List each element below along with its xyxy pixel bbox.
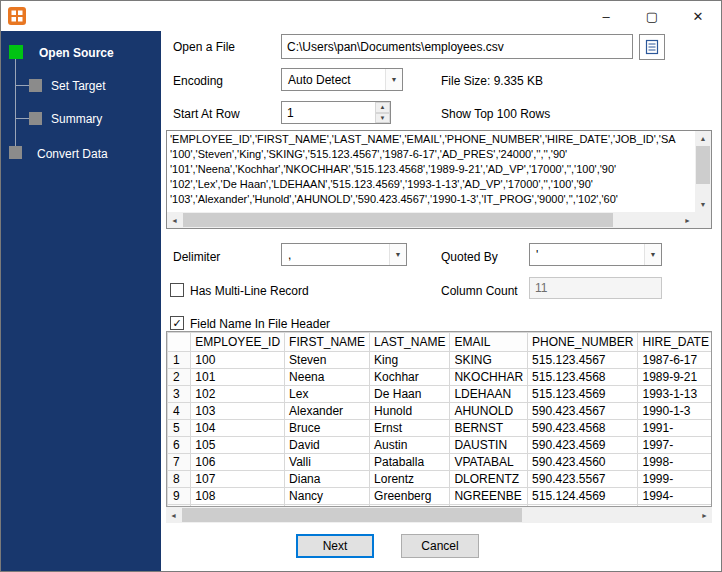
grid-cell[interactable]: NGREENBE — [450, 488, 528, 505]
quoted-by-select[interactable]: ' ▼ — [529, 243, 662, 266]
csv-preview-pane[interactable]: 'EMPLOYEE_ID','FIRST_NAME','LAST_NAME','… — [166, 130, 712, 229]
grid-cell[interactable]: 1991- — [638, 420, 712, 437]
grid-cell[interactable]: 1989-9-21 — [638, 369, 712, 386]
grid-cell[interactable]: Hunold — [370, 403, 450, 420]
sidebar-item-open-source[interactable]: Open Source — [39, 46, 114, 60]
grid-cell[interactable]: 515.124.4569 — [528, 488, 638, 505]
grid-cell[interactable]: 108 — [191, 488, 285, 505]
grid-column-header[interactable]: PHONE_NUMBER — [528, 333, 638, 352]
grid-cell[interactable]: 100 — [191, 352, 285, 369]
table-row[interactable]: 4103AlexanderHunoldAHUNOLD590.423.456719… — [168, 403, 713, 420]
encoding-select[interactable]: Auto Detect ▼ — [281, 68, 403, 91]
grid-cell[interactable]: 1993-1-13 — [638, 386, 712, 403]
scrollbar-thumb[interactable] — [183, 213, 613, 227]
grid-cell[interactable]: David — [285, 437, 370, 454]
spinner-down-icon[interactable]: ▼ — [375, 113, 390, 124]
close-button[interactable]: ✕ — [675, 1, 721, 31]
sidebar-item-summary[interactable]: Summary — [51, 112, 102, 126]
grid-column-header[interactable]: EMPLOYEE_ID — [191, 333, 285, 352]
table-row[interactable]: 9108NancyGreenbergNGREENBE515.124.456919… — [168, 488, 713, 505]
spinner-up-icon[interactable]: ▲ — [375, 102, 390, 113]
next-button[interactable]: Next — [296, 534, 374, 558]
grid-cell[interactable]: 103 — [191, 403, 285, 420]
grid-cell[interactable]: Pataballa — [370, 454, 450, 471]
grid-cell[interactable]: Nancy — [285, 488, 370, 505]
grid-cell[interactable]: 590.423.5567 — [528, 471, 638, 488]
grid-cell[interactable]: Neena — [285, 369, 370, 386]
table-row[interactable]: 3102LexDe HaanLDEHAAN515.123.45691993-1-… — [168, 386, 713, 403]
grid-cell[interactable]: 1999- — [638, 471, 712, 488]
delimiter-select[interactable]: , ▼ — [281, 243, 407, 266]
grid-cell[interactable]: Kochhar — [370, 369, 450, 386]
scroll-right-icon[interactable]: ► — [697, 507, 712, 523]
scrollbar-thumb[interactable] — [182, 508, 522, 522]
grid-cell[interactable]: 106 — [191, 454, 285, 471]
grid-cell[interactable]: Diana — [285, 471, 370, 488]
grid-cell[interactable]: 104 — [191, 420, 285, 437]
start-at-row-input[interactable] — [282, 102, 374, 123]
grid-cell[interactable]: 515.123.4568 — [528, 369, 638, 386]
scrollbar-thumb[interactable] — [696, 146, 710, 184]
chevron-down-icon[interactable]: ▼ — [385, 69, 402, 90]
titlebar[interactable]: – ▢ ✕ — [1, 1, 721, 31]
scroll-right-icon[interactable]: ► — [680, 212, 695, 228]
grid-cell[interactable]: 1990-1-3 — [638, 403, 712, 420]
table-row[interactable]: 8107DianaLorentzDLORENTZ590.423.55671999… — [168, 471, 713, 488]
table-row[interactable]: 6105DavidAustinDAUSTIN590.423.45691997- — [168, 437, 713, 454]
grid-cell[interactable]: 1987-6-17 — [638, 352, 712, 369]
table-row[interactable]: 5104BruceErnstBERNST590.423.45681991- — [168, 420, 713, 437]
grid-cell[interactable]: BERNST — [450, 420, 528, 437]
multiline-record-checkbox[interactable] — [170, 283, 184, 297]
scroll-up-icon[interactable]: ▲ — [695, 131, 711, 146]
grid-cell[interactable]: 105 — [191, 437, 285, 454]
grid-cell[interactable]: 515.123.4569 — [528, 386, 638, 403]
grid-cell[interactable]: Austin — [370, 437, 450, 454]
table-row[interactable]: 7106ValliPataballaVPATABAL590.423.456019… — [168, 454, 713, 471]
preview-horizontal-scrollbar[interactable]: ◄ ► — [167, 212, 695, 228]
cancel-button[interactable]: Cancel — [401, 534, 479, 558]
grid-cell[interactable]: 590.423.4560 — [528, 454, 638, 471]
data-grid[interactable]: EMPLOYEE_IDFIRST_NAMELAST_NAMEEMAILPHONE… — [166, 331, 712, 507]
grid-column-header[interactable]: HIRE_DATE — [638, 333, 712, 352]
grid-column-header[interactable]: FIRST_NAME — [285, 333, 370, 352]
grid-cell[interactable]: LDEHAAN — [450, 386, 528, 403]
preview-vertical-scrollbar[interactable]: ▲ ▼ — [695, 131, 711, 212]
maximize-button[interactable]: ▢ — [629, 1, 675, 31]
grid-cell[interactable]: 1998- — [638, 454, 712, 471]
grid-cell[interactable]: AHUNOLD — [450, 403, 528, 420]
grid-cell[interactable]: 1994- — [638, 488, 712, 505]
grid-cell[interactable]: 107 — [191, 471, 285, 488]
grid-cell[interactable]: Ernst — [370, 420, 450, 437]
grid-cell[interactable]: NKOCHHAR — [450, 369, 528, 386]
table-row[interactable]: 1100StevenKingSKING515.123.45671987-6-17 — [168, 352, 713, 369]
sidebar-item-convert-data[interactable]: Convert Data — [37, 147, 108, 161]
grid-cell[interactable]: 101 — [191, 369, 285, 386]
start-at-row-stepper[interactable]: ▲ ▼ — [281, 101, 391, 124]
grid-cell[interactable]: De Haan — [370, 386, 450, 403]
grid-column-header[interactable]: EMAIL — [450, 333, 528, 352]
grid-cell[interactable]: DAUSTIN — [450, 437, 528, 454]
field-name-header-checkbox[interactable]: ✓ — [170, 316, 184, 330]
chevron-down-icon[interactable]: ▼ — [389, 244, 406, 265]
sidebar-item-set-target[interactable]: Set Target — [51, 79, 105, 93]
grid-cell[interactable]: 515.123.4567 — [528, 352, 638, 369]
grid-cell[interactable]: SKING — [450, 352, 528, 369]
grid-cell[interactable]: 102 — [191, 386, 285, 403]
grid-cell[interactable]: Greenberg — [370, 488, 450, 505]
grid-cell[interactable]: 1997- — [638, 437, 712, 454]
browse-file-button[interactable] — [639, 34, 665, 60]
scroll-left-icon[interactable]: ◄ — [166, 507, 181, 523]
scroll-left-icon[interactable]: ◄ — [167, 212, 182, 228]
grid-cell[interactable]: 590.423.4567 — [528, 403, 638, 420]
grid-cell[interactable]: Bruce — [285, 420, 370, 437]
grid-cell[interactable]: 590.423.4569 — [528, 437, 638, 454]
table-row[interactable]: 2101NeenaKochharNKOCHHAR515.123.45681989… — [168, 369, 713, 386]
grid-column-header[interactable]: LAST_NAME — [370, 333, 450, 352]
grid-cell[interactable]: DLORENTZ — [450, 471, 528, 488]
grid-horizontal-scrollbar[interactable]: ◄ ► — [166, 507, 712, 523]
grid-cell[interactable]: King — [370, 352, 450, 369]
chevron-down-icon[interactable]: ▼ — [644, 244, 661, 265]
grid-cell[interactable]: 590.423.4568 — [528, 420, 638, 437]
grid-cell[interactable]: Alexander — [285, 403, 370, 420]
minimize-button[interactable]: – — [583, 1, 629, 31]
